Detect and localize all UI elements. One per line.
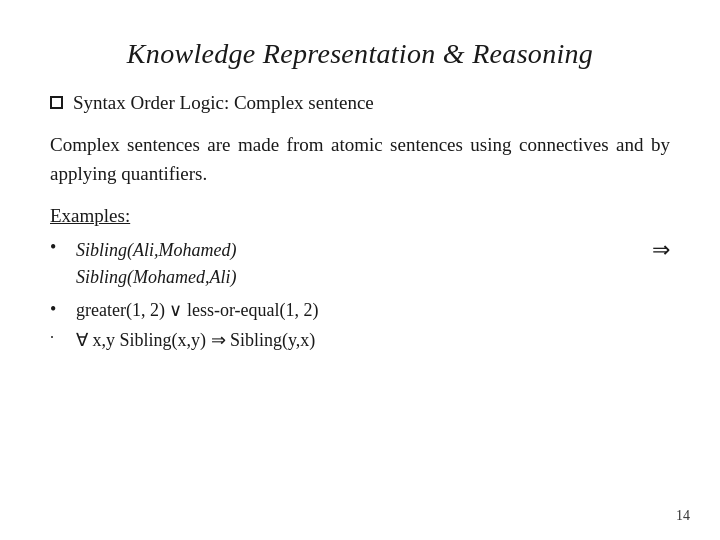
body-paragraph: Complex sentences are made from atomic s… [50, 130, 670, 189]
example-bullet-2: • [50, 299, 62, 320]
example-text-3: ∀ x,y Sibling(x,y) ⇒ Sibling(y,x) [76, 329, 315, 351]
page-number: 14 [676, 508, 690, 524]
subtitle-line: Syntax Order Logic: Complex sentence [50, 92, 670, 114]
example-item-2: • greater(1, 2) ∨ less-or-equal(1, 2) [50, 299, 670, 321]
example-item-1: • Sibling(Ali,Mohamed) Sibling(Mohamed,A… [50, 237, 670, 291]
example-text-1: Sibling(Ali,Mohamed) Sibling(Mohamed,Ali… [76, 237, 670, 291]
subtitle-text: Syntax Order Logic: Complex sentence [73, 92, 374, 114]
slide-container: Knowledge Representation & Reasoning Syn… [0, 0, 720, 540]
slide-title: Knowledge Representation & Reasoning [50, 38, 670, 70]
example-bullet-1: • [50, 237, 62, 258]
examples-heading: Examples: [50, 205, 670, 227]
example-text-2: greater(1, 2) ∨ less-or-equal(1, 2) [76, 299, 319, 321]
example-item-3: · ∀ x,y Sibling(x,y) ⇒ Sibling(y,x) [50, 329, 670, 351]
examples-section: Examples: • Sibling(Ali,Mohamed) Sibling… [50, 205, 670, 351]
example-bullet-3: · [50, 329, 62, 347]
bullet-square-icon [50, 96, 63, 109]
example-arrow-1: ⇒ [652, 237, 670, 263]
